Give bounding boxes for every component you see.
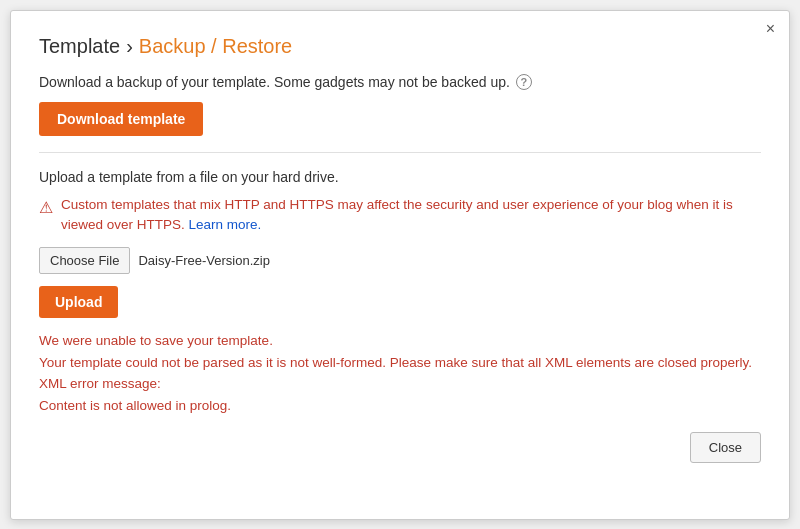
breadcrumb: Template › Backup / Restore [39, 35, 761, 58]
error-line-1: We were unable to save your template. [39, 330, 761, 352]
section-divider [39, 152, 761, 153]
help-icon[interactable]: ? [516, 74, 532, 90]
download-template-button[interactable]: Download template [39, 102, 203, 136]
error-box: We were unable to save your template. Yo… [39, 330, 761, 416]
breadcrumb-template-label: Template [39, 35, 120, 58]
download-description: Download a backup of your template. Some… [39, 74, 761, 90]
error-line-2: Your template could not be parsed as it … [39, 352, 761, 395]
warning-icon: ⚠ [39, 196, 53, 220]
choose-file-button[interactable]: Choose File [39, 247, 130, 274]
upload-button[interactable]: Upload [39, 286, 118, 318]
dialog-close-x-button[interactable]: × [766, 21, 775, 37]
breadcrumb-separator: › [126, 35, 133, 58]
close-button[interactable]: Close [690, 432, 761, 463]
dialog-footer: Close [39, 432, 761, 463]
error-line-3: Content is not allowed in prolog. [39, 395, 761, 417]
upload-description: Upload a template from a file on your ha… [39, 169, 761, 185]
file-input-row: Choose File Daisy-Free-Version.zip [39, 247, 761, 274]
learn-more-link[interactable]: Learn more. [189, 217, 262, 232]
warning-box: ⚠ Custom templates that mix HTTP and HTT… [39, 195, 761, 236]
breadcrumb-current-label: Backup / Restore [139, 35, 292, 58]
file-name-label: Daisy-Free-Version.zip [138, 253, 270, 268]
warning-text: Custom templates that mix HTTP and HTTPS… [61, 195, 761, 236]
backup-restore-dialog: × Template › Backup / Restore Download a… [10, 10, 790, 520]
